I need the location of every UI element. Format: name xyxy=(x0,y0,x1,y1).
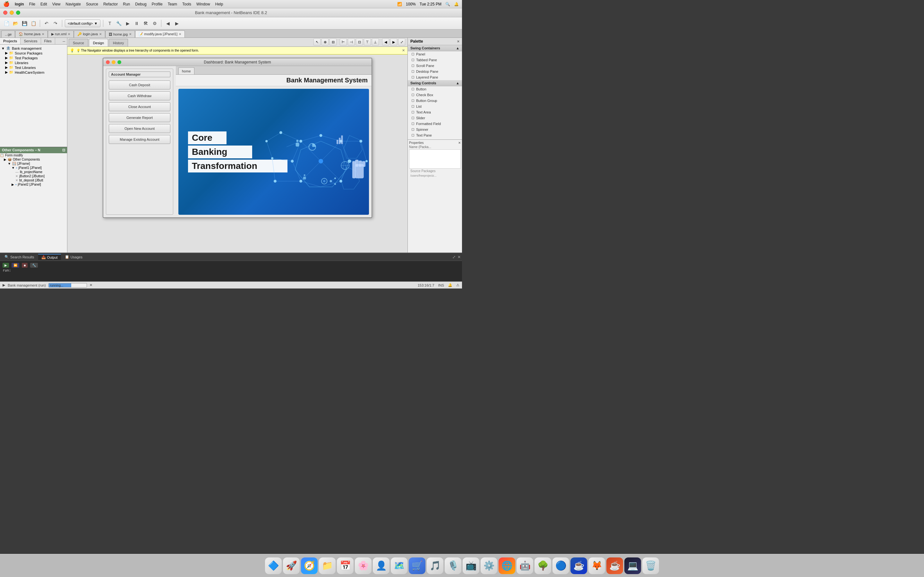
palette-item-spinner[interactable]: Spinner xyxy=(408,127,462,132)
close-button[interactable] xyxy=(3,11,7,15)
palette-item-textpane[interactable]: Text Pane xyxy=(408,132,462,138)
menu-source[interactable]: Source xyxy=(86,2,98,6)
notification-icon[interactable]: 🔔 xyxy=(454,2,459,6)
tree-item-jpanel1[interactable]: ▼ ▪ jPanel1 [JPanel] xyxy=(0,166,67,170)
run-output-btn[interactable]: ▶ xyxy=(3,263,9,268)
align-bottom-btn[interactable]: ⊥ xyxy=(372,39,379,45)
dash-minimize-btn[interactable] xyxy=(111,60,115,64)
palette-item-tabbedpane[interactable]: Tabbed Pane xyxy=(408,57,462,63)
align-center-btn[interactable]: ⊣ xyxy=(348,39,355,45)
tab-history[interactable]: History xyxy=(109,39,128,47)
palette-item-buttongroup[interactable]: Button Group xyxy=(408,98,462,103)
undo-btn[interactable]: ↶ xyxy=(43,19,50,27)
tree-item-lb-projectname[interactable]: — lb_projectName xyxy=(0,170,67,174)
tree-item-sourcepackages[interactable]: ▶ 📁 Source Packages xyxy=(1,51,66,55)
tab-search-results[interactable]: 🔍 Search Results xyxy=(1,254,37,259)
open-new-account-button[interactable]: Open New Account xyxy=(109,124,170,133)
palette-item-slider[interactable]: Slider xyxy=(408,115,462,121)
generate-report-button[interactable]: Generate Report xyxy=(109,113,170,122)
home-tab[interactable]: home xyxy=(178,67,194,74)
close-modifyjava-icon[interactable]: ✕ xyxy=(179,32,181,36)
save-btn[interactable]: 💾 xyxy=(21,19,28,27)
swing-controls-header[interactable]: Swing Controls ▲ xyxy=(408,80,462,86)
tree-item-jpanel2[interactable]: ▶ ▪ jPanel2 [JPanel] xyxy=(0,182,67,187)
tree-item-testlibraries[interactable]: ▶ 📁 Test Libraries xyxy=(1,65,66,70)
tree-item-othercomponents[interactable]: ▶ 📦 Other Components xyxy=(0,157,67,161)
stop-run-btn[interactable]: ✕ xyxy=(89,283,92,287)
menu-help[interactable]: Help xyxy=(215,2,223,6)
tab-projects[interactable]: Projects xyxy=(0,38,21,44)
build-btn[interactable]: ▶ xyxy=(124,19,132,27)
file-tab-homejpg[interactable]: 🖼 home.jpg ✕ xyxy=(105,31,135,37)
tab-usages[interactable]: 📋 Usages xyxy=(61,254,86,259)
file-tab-modifyjava[interactable]: 📝 modify.java [JPanel1] ✕ xyxy=(135,31,185,37)
tab-source[interactable]: Source xyxy=(69,39,88,47)
next-btn[interactable]: ▶ xyxy=(390,39,397,45)
menu-edit[interactable]: Edit xyxy=(40,2,47,6)
tree-item-bankmanagement[interactable]: ▼ 🏦 Bank management xyxy=(1,46,66,51)
manage-existing-account-button[interactable]: Manage Existing Account xyxy=(109,135,170,144)
cash-withdraw-button[interactable]: Cash Withdraw xyxy=(109,91,170,100)
save-all-btn[interactable]: 📋 xyxy=(29,19,37,27)
close-homejpg-icon[interactable]: ✕ xyxy=(129,32,132,36)
prev-btn[interactable]: ◀ xyxy=(382,39,389,45)
menu-refactor[interactable]: Refactor xyxy=(103,2,118,6)
tree-item-bt-deposit[interactable]: ✕ bt_deposit [JButt xyxy=(0,178,67,182)
palette-close-btn[interactable]: ✕ xyxy=(457,40,459,43)
menu-view[interactable]: View xyxy=(52,2,61,6)
redo-btn[interactable]: ↷ xyxy=(52,19,59,27)
connection-tool-btn[interactable]: ⊕ xyxy=(321,39,328,45)
palette-item-layeredpane[interactable]: Layered Pane xyxy=(408,74,462,80)
debug-output-btn[interactable]: ⏩ xyxy=(11,263,19,268)
config-selector[interactable]: <default config> ▼ xyxy=(65,19,100,27)
close-account-button[interactable]: Close Account xyxy=(109,102,170,111)
palette-item-list[interactable]: List xyxy=(408,103,462,109)
minimize-button[interactable] xyxy=(10,11,14,15)
debug-btn[interactable]: 🛠 xyxy=(142,19,150,27)
palette-item-checkbox[interactable]: Check Box xyxy=(408,92,462,98)
tree-item-jbutton2[interactable]: ✕ jButton2 [JButton] xyxy=(0,174,67,178)
menu-navigate[interactable]: Navigate xyxy=(66,2,81,6)
profile-btn[interactable]: ⚙ xyxy=(151,19,158,27)
minimize-panel-btn[interactable]: – xyxy=(61,38,67,44)
tab-files[interactable]: Files xyxy=(41,38,55,44)
cash-deposit-button[interactable]: Cash Deposit xyxy=(109,81,170,89)
palette-item-scrollpane[interactable]: Scroll Pane xyxy=(408,63,462,69)
close-properties-icon[interactable]: ✕ xyxy=(458,141,461,145)
close-homejava-icon[interactable]: ✕ xyxy=(42,32,44,36)
tree-item-testpackages[interactable]: ▶ 📁 Test Packages xyxy=(1,55,66,60)
palette-item-button[interactable]: Button xyxy=(408,86,462,92)
palette-item-textarea[interactable]: Text Area xyxy=(408,109,462,115)
copy-layout-btn[interactable]: ⊟ xyxy=(330,39,336,45)
menu-profile[interactable]: Profile xyxy=(152,2,163,6)
palette-item-formattedfield[interactable]: Formatted Field xyxy=(408,121,462,127)
align-left-btn[interactable]: ⊢ xyxy=(340,39,347,45)
align-top-btn[interactable]: ⊤ xyxy=(364,39,371,45)
dash-close-btn[interactable] xyxy=(106,60,110,64)
run-btn[interactable]: T xyxy=(106,19,113,27)
swing-containers-header[interactable]: Swing Containers ▲ xyxy=(408,45,462,51)
file-tab-loginjava[interactable]: 🔑 login.java ✕ xyxy=(74,31,105,37)
tree-item-healthcaresystem[interactable]: ▶ 📁 HealthCareSystem xyxy=(1,70,66,75)
build-output-btn[interactable]: 🔧 xyxy=(30,263,38,268)
menu-team[interactable]: Team xyxy=(168,2,177,6)
menu-file[interactable]: File xyxy=(29,2,35,6)
menu-tools[interactable]: Tools xyxy=(182,2,191,6)
menu-window[interactable]: Window xyxy=(196,2,210,6)
menu-run[interactable]: Run xyxy=(123,2,130,6)
clean-build-btn[interactable]: ⏸ xyxy=(133,19,141,27)
file-tab-runxml[interactable]: ▶ run.xml ✕ xyxy=(48,31,74,37)
file-tab-homejava[interactable]: 🏠 home.java ✕ xyxy=(15,31,48,37)
new-file-btn[interactable]: 📄 xyxy=(3,19,10,27)
select-tool-btn[interactable]: ↖ xyxy=(313,39,320,45)
other-components-header[interactable]: Other Components – N ⊡ xyxy=(0,147,67,153)
tab-services[interactable]: Services xyxy=(21,38,41,44)
tree-item-jframe[interactable]: ▼ 🪟 [JFrame] xyxy=(0,161,67,166)
tab-design[interactable]: Design xyxy=(89,39,108,47)
file-tab-ge[interactable]: ...ge xyxy=(1,31,15,37)
close-runxml-icon[interactable]: ✕ xyxy=(68,32,70,36)
menu-login[interactable]: login xyxy=(15,2,24,6)
close-output-icon[interactable]: ✕ xyxy=(457,255,461,259)
open-btn[interactable]: 📂 xyxy=(11,19,19,27)
palette-item-desktoppane[interactable]: Desktop Pane xyxy=(408,69,462,74)
